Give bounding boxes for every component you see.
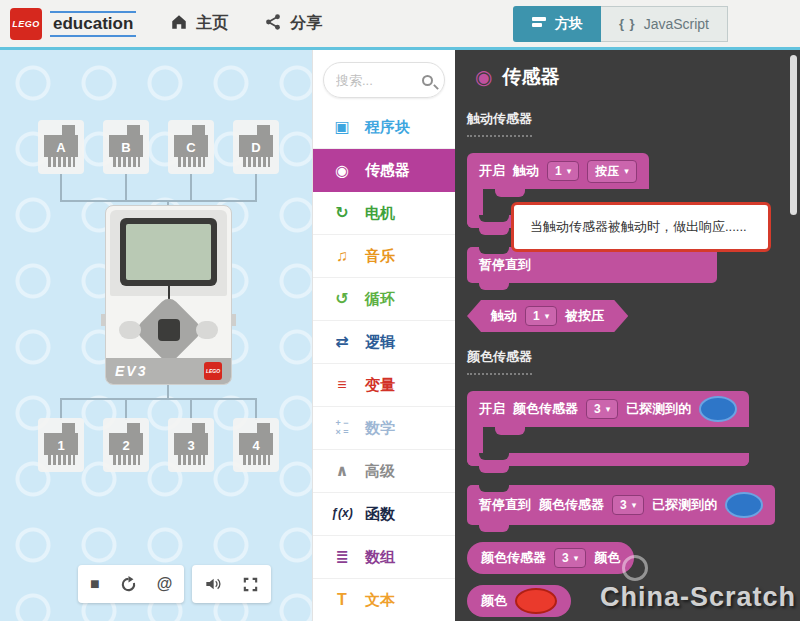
nav-share-label: 分享 [290,13,322,34]
section-color-sensor: 颜色传感器 [467,348,532,375]
port-label: 2 [109,438,143,453]
tab-blocks-label: 方块 [555,15,583,33]
port-plug-icon: B [109,125,143,169]
editor-mode-tabs: 方块 { } JavaScript [513,6,728,42]
wire [190,398,192,420]
port-plug-icon: 1 [44,423,78,467]
tab-javascript-label: JavaScript [644,16,709,32]
port-a[interactable]: A [38,120,84,174]
brick-screen [120,218,217,286]
brick-screen-housing [110,210,227,296]
category-math[interactable]: + − × = 数学 [313,407,455,450]
search-box[interactable] [323,62,445,98]
category-advanced[interactable]: ∧ 高级 [313,450,455,493]
category-label: 文本 [365,591,395,610]
category-variables[interactable]: ≡ 变量 [313,364,455,407]
block-text: 颜色传感器 [481,549,546,567]
port-b[interactable]: B [103,120,149,174]
snail-slow-mode-button[interactable]: @ [157,575,173,593]
search-input[interactable] [336,73,416,88]
port-plug-icon: D [239,125,273,169]
fullscreen-button[interactable] [242,576,259,593]
restart-button[interactable] [120,576,137,593]
category-program-blocks[interactable]: ▣ 程序块 [313,106,455,149]
port-label: D [239,140,273,155]
palette-scrollbar[interactable] [790,55,797,215]
port-dropdown[interactable]: 1 [525,306,557,326]
category-label: 数学 [365,419,395,438]
top-bar: LEGO education 主页 分享 方块 [0,0,800,50]
variables-icon: ≡ [331,377,353,392]
block-touch-is-pressed[interactable]: 触动 1 被按压 [467,300,628,332]
code-braces-icon: { } [619,16,636,31]
sensor-icon: ◉ [475,65,492,89]
wire [60,174,62,201]
view-control-group [192,565,271,603]
category-motors[interactable]: ↻ 电机 [313,192,455,235]
block-color-value[interactable]: 颜色 [467,585,571,617]
port-c[interactable]: C [168,120,214,174]
category-sidebar: ▣ 程序块 ◉ 传感器 ↻ 电机 ♫ 音乐 ↺ 循环 ⇄ 逻辑 ≡ 变量 + −… [312,50,455,621]
category-label: 变量 [365,376,395,395]
education-wordmark: education [50,11,136,37]
math-icon: + − × = [331,419,353,436]
stage-control-toolbar: ■ @ [78,565,271,603]
stop-button[interactable]: ■ [90,575,100,593]
block-text: 开启 [479,162,505,180]
category-label: 传感器 [365,161,410,180]
category-loops[interactable]: ↺ 循环 [313,278,455,321]
port-dropdown[interactable]: 3 [612,495,644,515]
category-logic[interactable]: ⇄ 逻辑 [313,321,455,364]
tab-blocks[interactable]: 方块 [513,6,601,42]
category-functions[interactable]: ƒ(x) 函数 [313,493,455,536]
tab-javascript[interactable]: { } JavaScript [601,6,728,42]
block-text: 暂停直到 [479,256,531,274]
port-dropdown[interactable]: 3 [554,548,586,568]
wire [190,174,192,201]
color-swatch-blue[interactable] [725,492,763,518]
brick-screen-display [126,224,211,280]
nav-home[interactable]: 主页 [170,13,228,35]
port-2[interactable]: 2 [103,418,149,472]
category-sensors[interactable]: ◉ 传感器 [313,149,455,192]
wire [255,174,257,201]
block-wait-until-touch[interactable]: 暂停直到 [467,247,717,283]
sensor-icon: ◉ [331,163,353,178]
port-plug-icon: 3 [174,423,208,467]
port-dropdown[interactable]: 3 [586,399,618,419]
category-music[interactable]: ♫ 音乐 [313,235,455,278]
top-nav: 主页 分享 [170,13,322,35]
category-text[interactable]: T 文本 [313,579,455,621]
block-text: 被按压 [565,307,604,325]
nav-share[interactable]: 分享 [264,13,322,35]
brick-left-button[interactable] [119,321,141,339]
port-label: 3 [174,438,208,453]
port-1[interactable]: 1 [38,418,84,472]
brick-right-button[interactable] [196,321,218,339]
block-text: 颜色传感器 [539,496,604,514]
category-label: 音乐 [365,247,395,266]
brick-center-button[interactable] [158,319,180,341]
port-dropdown[interactable]: 1 [547,161,579,181]
search-icon [422,75,433,86]
block-wait-until-color[interactable]: 暂停直到 颜色传感器 3 已探测到的 [467,485,775,525]
category-arrays[interactable]: ≣ 数组 [313,536,455,579]
block-when-color-detected[interactable]: 开启 颜色传感器 3 已探测到的 [467,391,749,466]
category-label: 电机 [365,204,395,223]
port-3[interactable]: 3 [168,418,214,472]
ev3-brick[interactable]: EV3 LEGO [105,205,232,385]
logic-icon: ⇄ [331,334,353,349]
block-text: 颜色 [481,592,507,610]
port-d[interactable]: D [233,120,279,174]
function-icon: ƒ(x) [331,508,353,519]
block-text: 暂停直到 [479,496,531,514]
port-4[interactable]: 4 [233,418,279,472]
wire [125,174,127,201]
mode-dropdown[interactable]: 按压 [587,160,637,183]
volume-button[interactable] [204,576,222,592]
port-plug-icon: 4 [239,423,273,467]
color-swatch-red[interactable] [515,588,557,614]
block-color-sensor-color[interactable]: 颜色传感器 3 颜色 [467,542,634,574]
color-swatch-blue[interactable] [699,396,737,422]
loop-icon: ↺ [331,291,353,306]
